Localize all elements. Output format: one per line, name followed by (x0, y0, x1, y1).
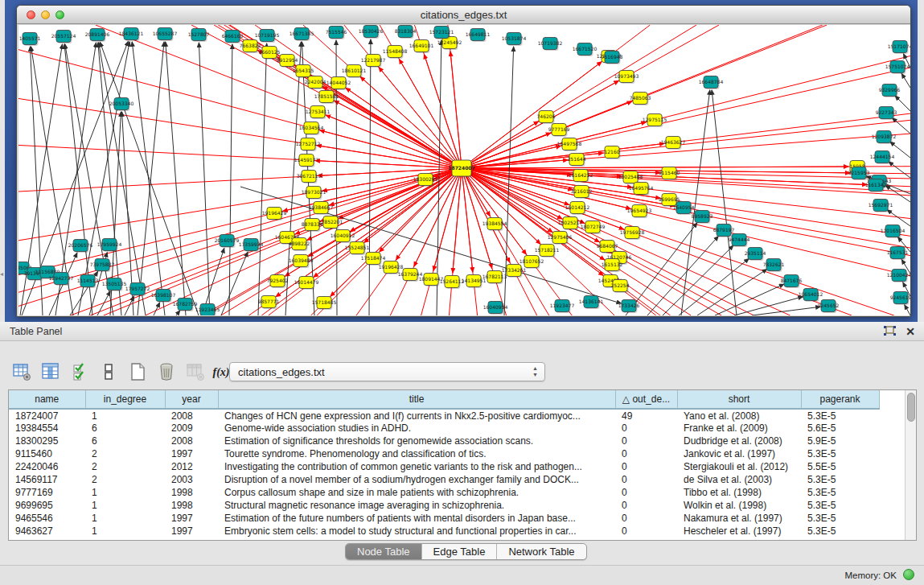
graph-node[interactable] (90, 29, 105, 41)
graph-edge[interactable] (98, 43, 121, 315)
graph-node[interactable] (552, 124, 566, 136)
graph-node[interactable] (130, 283, 145, 295)
graph-edge[interactable] (285, 42, 301, 315)
table-cell[interactable]: 5.9E-5 (801, 435, 879, 447)
tab-node-table[interactable]: Node Table (346, 544, 422, 559)
table-cell[interactable]: 5.3E-5 (801, 447, 879, 460)
graph-node[interactable] (507, 33, 521, 45)
table-cell[interactable]: 5.6E-5 (801, 422, 879, 435)
table-cell[interactable]: Investigating the contribution of common… (218, 460, 615, 473)
graph-edge[interactable] (320, 168, 462, 221)
graph-node[interactable] (335, 230, 350, 242)
table-row[interactable]: 1872400712008Changes of HCN gene express… (9, 409, 879, 422)
table-cell[interactable]: 14569117 (9, 473, 85, 486)
table-row[interactable]: 977716911998Corpus callosum shape and si… (9, 486, 879, 499)
table-row[interactable]: 911546021997Tourette syndrome. Phenomeno… (9, 447, 879, 460)
table-cell[interactable]: 2003 (165, 473, 218, 486)
table-cell[interactable]: 0 (615, 473, 677, 486)
graph-edge[interactable] (322, 87, 462, 168)
graph-node[interactable] (600, 241, 614, 253)
graph-edge[interactable] (166, 42, 186, 315)
row-height-icon[interactable] (98, 362, 119, 383)
graph-node[interactable] (54, 273, 68, 285)
graph-node[interactable] (893, 41, 907, 53)
table-cell[interactable]: 9699695 (9, 499, 85, 512)
graph-node[interactable] (573, 170, 588, 182)
table-cell[interactable]: 0 (615, 512, 677, 525)
table-cell[interactable]: 5.3E-5 (801, 525, 879, 538)
tab-edge-table[interactable]: Edge Table (422, 544, 498, 559)
table-cell[interactable]: 2009 (165, 422, 218, 435)
graph-node[interactable] (310, 106, 325, 118)
graph-edge[interactable] (97, 291, 110, 315)
table-cell[interactable]: 9463627 (9, 525, 85, 538)
graph-node[interactable] (267, 208, 281, 220)
graph-node[interactable] (524, 256, 539, 268)
graph-node[interactable] (40, 266, 55, 278)
graph-node[interactable] (156, 290, 170, 302)
table-cell[interactable]: 2 (85, 473, 165, 486)
table-cell[interactable]: 19384554 (9, 422, 85, 435)
table-cell[interactable]: 2 (85, 447, 165, 460)
graph-node[interactable] (102, 239, 117, 251)
graph-node[interactable] (23, 33, 37, 45)
table-cell[interactable]: 0 (615, 460, 677, 473)
graph-node[interactable] (622, 300, 636, 312)
graph-node[interactable] (890, 247, 905, 259)
graph-edge[interactable] (326, 115, 462, 168)
table-cell[interactable]: Tourette syndrome. Phenomenology and cla… (218, 447, 615, 460)
graph-node[interactable] (220, 235, 234, 247)
graph-node[interactable] (605, 146, 619, 159)
table-row[interactable]: 969969511998Structural magnetic resonanc… (9, 499, 879, 512)
table-cell[interactable]: 0 (615, 525, 677, 538)
table-cell[interactable]: Hescheler et al. (1997) (677, 525, 801, 538)
graph-node[interactable] (56, 31, 71, 43)
graph-node[interactable] (244, 239, 258, 251)
graph-node[interactable] (323, 216, 338, 229)
table-cell[interactable]: Estimation of significance thresholds fo… (218, 435, 615, 447)
panel-collapse-handle[interactable]: ◂ (0, 269, 5, 280)
table-cell[interactable]: 18300295 (9, 435, 85, 447)
graph-node[interactable] (623, 171, 638, 183)
table-cell[interactable]: Franke et al. (2009) (677, 422, 801, 435)
graph-node[interactable] (647, 114, 662, 126)
graph-node[interactable] (388, 46, 402, 58)
table-cell[interactable]: 0 (615, 486, 677, 499)
graph-node[interactable] (95, 259, 109, 271)
table-select-dropdown[interactable]: citations_edges.txt ▲▼ (229, 362, 545, 381)
graph-node[interactable] (717, 225, 731, 237)
table-cell[interactable]: de Silva et al. (2003) (677, 473, 801, 486)
graph-edge[interactable] (100, 42, 199, 315)
graph-node[interactable] (191, 29, 206, 41)
graph-edge[interactable] (369, 39, 371, 315)
graph-edge[interactable] (258, 43, 267, 315)
graph-node[interactable] (562, 138, 577, 150)
graph-node[interactable] (434, 27, 449, 39)
graph-node[interactable] (577, 43, 592, 56)
table-cell[interactable]: 0 (615, 447, 677, 460)
graph-node[interactable] (507, 265, 521, 277)
graph-node[interactable] (292, 238, 306, 250)
graph-edge[interactable] (663, 245, 733, 315)
graph-node[interactable] (294, 255, 308, 267)
graph-node[interactable] (414, 40, 429, 52)
graph-node[interactable] (466, 275, 481, 287)
tab-network-table[interactable]: Network Table (497, 544, 585, 559)
graph-node[interactable] (625, 227, 639, 239)
graph-node[interactable] (676, 202, 691, 214)
graph-node[interactable] (821, 300, 836, 312)
graph-node[interactable] (555, 300, 569, 312)
table-cell[interactable]: Jankovic et al. (1997) (677, 447, 801, 460)
graph-node[interactable] (331, 77, 346, 89)
graph-node[interactable] (552, 232, 567, 244)
table-row[interactable]: 1830029562008Estimation of significance … (9, 435, 879, 447)
graph-edge[interactable] (715, 284, 784, 315)
graph-node[interactable] (563, 217, 577, 229)
graph-node[interactable] (570, 202, 585, 214)
graph-node[interactable] (418, 174, 433, 186)
graph-node[interactable] (875, 151, 889, 163)
graph-edge[interactable] (679, 258, 749, 315)
graph-node[interactable] (748, 248, 762, 260)
table-row[interactable]: 946554611997Estimation of the future num… (9, 512, 879, 525)
table-cell[interactable]: 6 (85, 422, 165, 435)
